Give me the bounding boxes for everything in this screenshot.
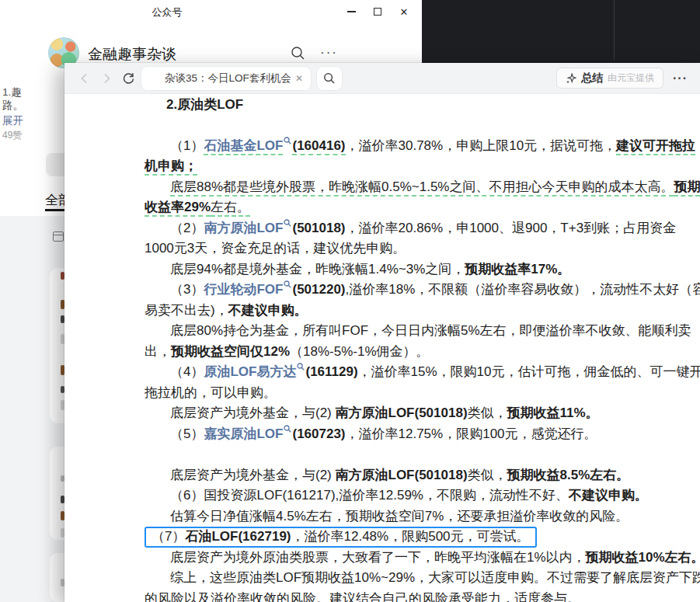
- text-segment: 类似，: [468, 405, 507, 420]
- search-sup-icon[interactable]: [284, 425, 291, 433]
- text-segment: （4）: [170, 364, 204, 379]
- dark-window-divider: [614, 0, 615, 61]
- background-dark-window: [422, 0, 700, 63]
- text-segment: 易卖不出去)，: [145, 303, 228, 318]
- close-button[interactable]: ✕: [397, 5, 411, 19]
- text-segment: 1000元3天，资金充足的话，建议优先申购。: [145, 241, 406, 256]
- article-line: 易卖不出去)，不建议申购。: [145, 301, 700, 322]
- summary-provider: 由元宝提供: [608, 71, 654, 85]
- search-sup-icon[interactable]: [284, 219, 291, 227]
- text-segment: (501018): [292, 221, 345, 235]
- tab-favicon: [148, 72, 160, 85]
- text-segment: 南方原油LOF(501018): [336, 405, 468, 420]
- article-line: [145, 115, 700, 136]
- forward-button[interactable]: [99, 71, 114, 86]
- article-line: 底层88%都是些境外股票，昨晚涨幅0.5%~1.5%之间、不用担心今天申购的成本…: [145, 177, 700, 198]
- text-segment: 预期收益空间仅12%: [171, 344, 290, 359]
- tab-title: 杂谈35：今日LOF套利机会，原油类: [165, 71, 291, 85]
- window-title: 公众号: [128, 5, 206, 19]
- article-line: 出，预期收益空间仅12%（18%-5%-1%佣金）。: [145, 342, 700, 363]
- archive-box-icon: [53, 231, 64, 242]
- text-segment: 类似，: [468, 468, 507, 482]
- message-card: [50, 447, 64, 540]
- text-segment: ，溢价率15%，限购10元，估计可拖，佣金低的、可一键开: [358, 364, 700, 379]
- text-segment: 收益率29%: [145, 200, 211, 217]
- article-line: （1）石油基金LOF(160416)，溢价率30.78%，申购上限10元，据说可…: [145, 136, 700, 157]
- text-segment: 建议可开拖拉: [616, 138, 695, 155]
- text-segment: 底层资产为境外基金，与(2): [170, 405, 336, 420]
- summary-label: 总结: [581, 71, 603, 85]
- article-line: （5）嘉实原油LOF(160723)，溢价率12.75%，限购100元，感觉还行…: [145, 424, 700, 445]
- maximize-icon: [374, 8, 381, 16]
- tab-close-icon[interactable]: ✕: [294, 73, 305, 84]
- text-segment: 预期收益10%左右。: [586, 550, 700, 565]
- text-segment: 预期收益11%。: [507, 405, 599, 420]
- text-segment: 预期收益8.5%左右。: [507, 468, 630, 482]
- text-segment: ，溢价率20.86%，申1000、退900，T+3到账；占用资金: [346, 221, 677, 235]
- article-line: 机申购；: [145, 156, 700, 177]
- expand-link[interactable]: 展开: [2, 114, 64, 128]
- toolbar-search-button[interactable]: [317, 67, 342, 90]
- sparkle-icon: [566, 73, 576, 84]
- text-segment: 石油LOF(162719): [185, 529, 291, 544]
- text-segment: (501220): [292, 282, 345, 297]
- text-segment: 底层88%都是些境外股票，昨晚涨幅0.5%~1.5%之间、不用担心今天申购的成本…: [170, 179, 674, 197]
- text-segment: 左右。: [211, 200, 250, 217]
- text-segment: （6）国投资源LOF(161217),溢价率12.59%，不限购，流动性不好、: [170, 488, 569, 503]
- fund-link[interactable]: 南方原油LOF: [204, 221, 283, 235]
- text-segment: （1）: [170, 138, 204, 153]
- article-line: 底层资产为境外基金，与(2) 南方原油LOF(501018)类似，预期收益8.5…: [145, 465, 700, 486]
- message-card: [50, 553, 64, 602]
- maximize-button[interactable]: [371, 5, 385, 19]
- close-icon: ✕: [400, 6, 409, 18]
- text-segment: 底层94%都是境外基金，昨晚涨幅1.4%~3%之间，: [170, 262, 465, 277]
- fund-link[interactable]: 嘉实原油LOF: [204, 426, 283, 441]
- article-reader-window: 杂谈35：今日LOF套利机会，原油类 ✕ 总结 由元宝提供 ··· 2.原油类L…: [64, 63, 700, 602]
- reader-toolbar: 杂谈35：今日LOF套利机会，原油类 ✕ 总结 由元宝提供 ···: [64, 63, 700, 94]
- background-snippet-line: 路。: [2, 99, 64, 113]
- article-line: 底层80%持仓为基金，所有叫FOF，今日日内涨幅5%左右，即便溢价率不收敛、能顺…: [145, 321, 700, 342]
- text-segment: 不建议申购。: [569, 488, 648, 503]
- text-segment: 南方原油LOF(501018): [336, 468, 468, 482]
- search-sup-icon[interactable]: [284, 280, 291, 288]
- text-segment: （2）: [170, 221, 204, 235]
- search-sup-icon[interactable]: [297, 363, 305, 371]
- article-line: 估算今日净值涨幅4.5%左右，预期收益空间7%，还要承担溢价率收敛的风险。: [145, 506, 700, 527]
- text-segment: 2.原油类LOF: [166, 97, 243, 112]
- text-segment: （7）: [151, 529, 185, 544]
- text-segment: (161129): [305, 364, 357, 379]
- window-controls: ✕: [344, 3, 411, 20]
- article-content: 2.原油类LOF（1）石油基金LOF(160416)，溢价率30.78%，申购上…: [64, 94, 700, 602]
- fund-link[interactable]: 石油基金LOF: [204, 138, 283, 155]
- text-segment: ,溢价率18%，不限额（溢价率容易收敛），流动性不太好（容: [346, 282, 700, 297]
- article-line: （4）原油LOF易方达(161129)，溢价率15%，限购10元，估计可拖，佣金…: [145, 362, 700, 383]
- article-tab[interactable]: 杂谈35：今日LOF套利机会，原油类 ✕: [141, 67, 311, 90]
- minimize-button[interactable]: [344, 5, 358, 19]
- text-segment: 拖拉机的，可以申购。: [145, 385, 277, 400]
- toolbar-more-icon[interactable]: ···: [673, 71, 688, 85]
- minimize-icon: [347, 11, 356, 12]
- search-sup-icon[interactable]: [284, 137, 291, 144]
- likes-count: 49赞: [2, 129, 64, 142]
- article-line: [145, 444, 700, 465]
- more-menu-icon[interactable]: ···: [320, 45, 338, 61]
- ai-summary-button[interactable]: 总结 由元宝提供: [556, 68, 663, 89]
- article-line: 拖拉机的，可以申购。: [145, 383, 700, 404]
- text-segment: 预期收益率17%。: [465, 262, 570, 277]
- search-icon[interactable]: [291, 46, 305, 61]
- article-line: （6）国投资源LOF(161217),溢价率12.59%，不限购，流动性不好、不…: [145, 485, 700, 506]
- tab-all[interactable]: 全部: [45, 191, 64, 209]
- background-snippet-line: 1.趣: [2, 85, 64, 99]
- article-line: 底层资产为境外基金，与(2) 南方原油LOF(501018)类似，预期收益11%…: [145, 403, 700, 424]
- text-segment: (160416): [292, 138, 345, 155]
- back-button[interactable]: [77, 71, 92, 86]
- fund-link[interactable]: 原油LOF易方达: [204, 364, 296, 379]
- article-line: 综上，这些原油类LOF预期收益10%~29%，大家可以适度申购。不过需要了解底层…: [145, 568, 700, 589]
- fund-link[interactable]: 行业轮动FOF: [204, 282, 283, 297]
- text-segment: （18%-5%-1%佣金）。: [290, 344, 430, 359]
- refresh-button[interactable]: [120, 71, 136, 86]
- text-segment: ，溢价率30.78%，申购上限10元，据说可拖，: [346, 138, 617, 153]
- text-segment: ，溢价率12.48%，限购500元，可尝试。: [291, 529, 530, 544]
- text-segment: 预期: [674, 179, 700, 197]
- text-segment: 估算今日净值涨幅4.5%左右，预期收益空间7%，还要承担溢价率收敛的风险。: [170, 509, 629, 524]
